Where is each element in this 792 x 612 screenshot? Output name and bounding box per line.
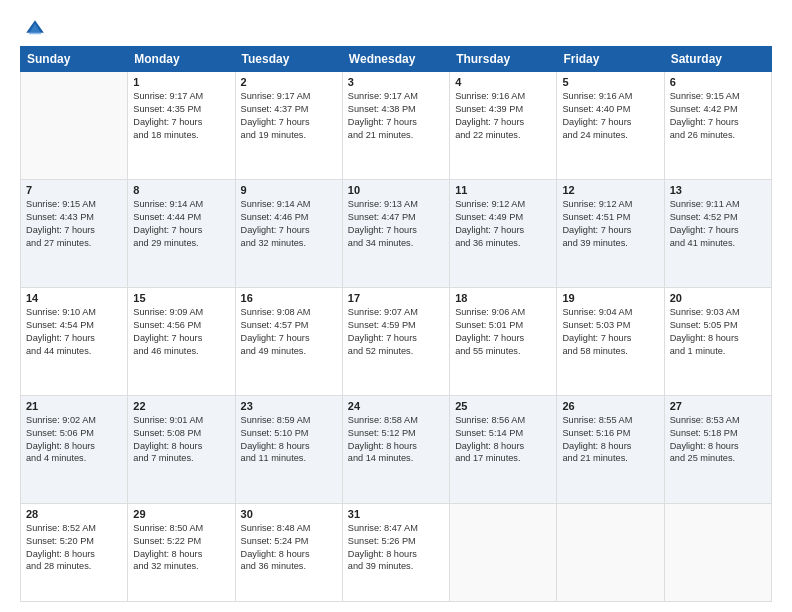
col-header-monday: Monday [128,47,235,72]
day-info: Sunrise: 8:50 AMSunset: 5:22 PMDaylight:… [133,522,229,574]
day-number: 9 [241,184,337,196]
logo [20,18,46,36]
day-info: Sunrise: 9:01 AMSunset: 5:08 PMDaylight:… [133,414,229,466]
day-number: 11 [455,184,551,196]
day-info: Sunrise: 9:09 AMSunset: 4:56 PMDaylight:… [133,306,229,358]
col-header-friday: Friday [557,47,664,72]
day-number: 13 [670,184,766,196]
calendar-day-cell: 6Sunrise: 9:15 AMSunset: 4:42 PMDaylight… [664,72,771,180]
calendar-day-cell: 19Sunrise: 9:04 AMSunset: 5:03 PMDayligh… [557,287,664,395]
calendar-day-cell: 12Sunrise: 9:12 AMSunset: 4:51 PMDayligh… [557,179,664,287]
col-header-tuesday: Tuesday [235,47,342,72]
day-info: Sunrise: 8:55 AMSunset: 5:16 PMDaylight:… [562,414,658,466]
day-number: 21 [26,400,122,412]
calendar-day-cell [450,503,557,601]
day-info: Sunrise: 9:10 AMSunset: 4:54 PMDaylight:… [26,306,122,358]
calendar-day-cell: 27Sunrise: 8:53 AMSunset: 5:18 PMDayligh… [664,395,771,503]
col-header-wednesday: Wednesday [342,47,449,72]
day-number: 5 [562,76,658,88]
calendar-day-cell: 11Sunrise: 9:12 AMSunset: 4:49 PMDayligh… [450,179,557,287]
calendar-day-cell: 18Sunrise: 9:06 AMSunset: 5:01 PMDayligh… [450,287,557,395]
day-number: 10 [348,184,444,196]
day-info: Sunrise: 8:52 AMSunset: 5:20 PMDaylight:… [26,522,122,574]
day-number: 14 [26,292,122,304]
day-info: Sunrise: 9:17 AMSunset: 4:37 PMDaylight:… [241,90,337,142]
day-number: 4 [455,76,551,88]
day-number: 7 [26,184,122,196]
calendar-table: SundayMondayTuesdayWednesdayThursdayFrid… [20,46,772,602]
col-header-thursday: Thursday [450,47,557,72]
day-info: Sunrise: 9:14 AMSunset: 4:46 PMDaylight:… [241,198,337,250]
calendar-header-row: SundayMondayTuesdayWednesdayThursdayFrid… [21,47,772,72]
day-info: Sunrise: 9:17 AMSunset: 4:35 PMDaylight:… [133,90,229,142]
day-info: Sunrise: 8:58 AMSunset: 5:12 PMDaylight:… [348,414,444,466]
calendar-day-cell: 22Sunrise: 9:01 AMSunset: 5:08 PMDayligh… [128,395,235,503]
day-number: 19 [562,292,658,304]
calendar-day-cell: 20Sunrise: 9:03 AMSunset: 5:05 PMDayligh… [664,287,771,395]
calendar-week-row: 1Sunrise: 9:17 AMSunset: 4:35 PMDaylight… [21,72,772,180]
calendar-day-cell: 10Sunrise: 9:13 AMSunset: 4:47 PMDayligh… [342,179,449,287]
calendar-day-cell [557,503,664,601]
calendar-week-row: 14Sunrise: 9:10 AMSunset: 4:54 PMDayligh… [21,287,772,395]
day-info: Sunrise: 9:16 AMSunset: 4:39 PMDaylight:… [455,90,551,142]
day-info: Sunrise: 9:12 AMSunset: 4:49 PMDaylight:… [455,198,551,250]
day-number: 8 [133,184,229,196]
day-number: 1 [133,76,229,88]
calendar-day-cell: 8Sunrise: 9:14 AMSunset: 4:44 PMDaylight… [128,179,235,287]
calendar-day-cell: 1Sunrise: 9:17 AMSunset: 4:35 PMDaylight… [128,72,235,180]
calendar-day-cell: 23Sunrise: 8:59 AMSunset: 5:10 PMDayligh… [235,395,342,503]
calendar-day-cell: 9Sunrise: 9:14 AMSunset: 4:46 PMDaylight… [235,179,342,287]
calendar-day-cell: 7Sunrise: 9:15 AMSunset: 4:43 PMDaylight… [21,179,128,287]
calendar-day-cell: 30Sunrise: 8:48 AMSunset: 5:24 PMDayligh… [235,503,342,601]
day-info: Sunrise: 9:13 AMSunset: 4:47 PMDaylight:… [348,198,444,250]
day-number: 17 [348,292,444,304]
calendar-day-cell: 3Sunrise: 9:17 AMSunset: 4:38 PMDaylight… [342,72,449,180]
day-number: 31 [348,508,444,520]
calendar-day-cell: 14Sunrise: 9:10 AMSunset: 4:54 PMDayligh… [21,287,128,395]
day-number: 26 [562,400,658,412]
day-info: Sunrise: 9:07 AMSunset: 4:59 PMDaylight:… [348,306,444,358]
calendar-week-row: 28Sunrise: 8:52 AMSunset: 5:20 PMDayligh… [21,503,772,601]
calendar-day-cell: 28Sunrise: 8:52 AMSunset: 5:20 PMDayligh… [21,503,128,601]
day-number: 6 [670,76,766,88]
day-info: Sunrise: 8:47 AMSunset: 5:26 PMDaylight:… [348,522,444,574]
day-info: Sunrise: 9:15 AMSunset: 4:42 PMDaylight:… [670,90,766,142]
col-header-saturday: Saturday [664,47,771,72]
calendar-day-cell: 24Sunrise: 8:58 AMSunset: 5:12 PMDayligh… [342,395,449,503]
calendar-day-cell: 13Sunrise: 9:11 AMSunset: 4:52 PMDayligh… [664,179,771,287]
day-number: 28 [26,508,122,520]
day-number: 20 [670,292,766,304]
calendar-day-cell [21,72,128,180]
day-number: 25 [455,400,551,412]
day-info: Sunrise: 9:16 AMSunset: 4:40 PMDaylight:… [562,90,658,142]
calendar-day-cell [664,503,771,601]
day-number: 23 [241,400,337,412]
day-info: Sunrise: 9:08 AMSunset: 4:57 PMDaylight:… [241,306,337,358]
calendar-week-row: 21Sunrise: 9:02 AMSunset: 5:06 PMDayligh… [21,395,772,503]
day-info: Sunrise: 9:04 AMSunset: 5:03 PMDaylight:… [562,306,658,358]
calendar-day-cell: 15Sunrise: 9:09 AMSunset: 4:56 PMDayligh… [128,287,235,395]
day-number: 2 [241,76,337,88]
day-info: Sunrise: 9:17 AMSunset: 4:38 PMDaylight:… [348,90,444,142]
calendar-day-cell: 29Sunrise: 8:50 AMSunset: 5:22 PMDayligh… [128,503,235,601]
day-number: 24 [348,400,444,412]
calendar-day-cell: 2Sunrise: 9:17 AMSunset: 4:37 PMDaylight… [235,72,342,180]
day-info: Sunrise: 8:59 AMSunset: 5:10 PMDaylight:… [241,414,337,466]
day-number: 22 [133,400,229,412]
day-info: Sunrise: 9:02 AMSunset: 5:06 PMDaylight:… [26,414,122,466]
calendar-week-row: 7Sunrise: 9:15 AMSunset: 4:43 PMDaylight… [21,179,772,287]
day-number: 29 [133,508,229,520]
day-number: 12 [562,184,658,196]
day-info: Sunrise: 8:48 AMSunset: 5:24 PMDaylight:… [241,522,337,574]
calendar-day-cell: 25Sunrise: 8:56 AMSunset: 5:14 PMDayligh… [450,395,557,503]
calendar-day-cell: 17Sunrise: 9:07 AMSunset: 4:59 PMDayligh… [342,287,449,395]
col-header-sunday: Sunday [21,47,128,72]
day-info: Sunrise: 9:15 AMSunset: 4:43 PMDaylight:… [26,198,122,250]
calendar-day-cell: 31Sunrise: 8:47 AMSunset: 5:26 PMDayligh… [342,503,449,601]
header [20,18,772,36]
day-info: Sunrise: 9:11 AMSunset: 4:52 PMDaylight:… [670,198,766,250]
day-info: Sunrise: 9:03 AMSunset: 5:05 PMDaylight:… [670,306,766,358]
day-info: Sunrise: 9:06 AMSunset: 5:01 PMDaylight:… [455,306,551,358]
day-info: Sunrise: 8:53 AMSunset: 5:18 PMDaylight:… [670,414,766,466]
day-number: 30 [241,508,337,520]
